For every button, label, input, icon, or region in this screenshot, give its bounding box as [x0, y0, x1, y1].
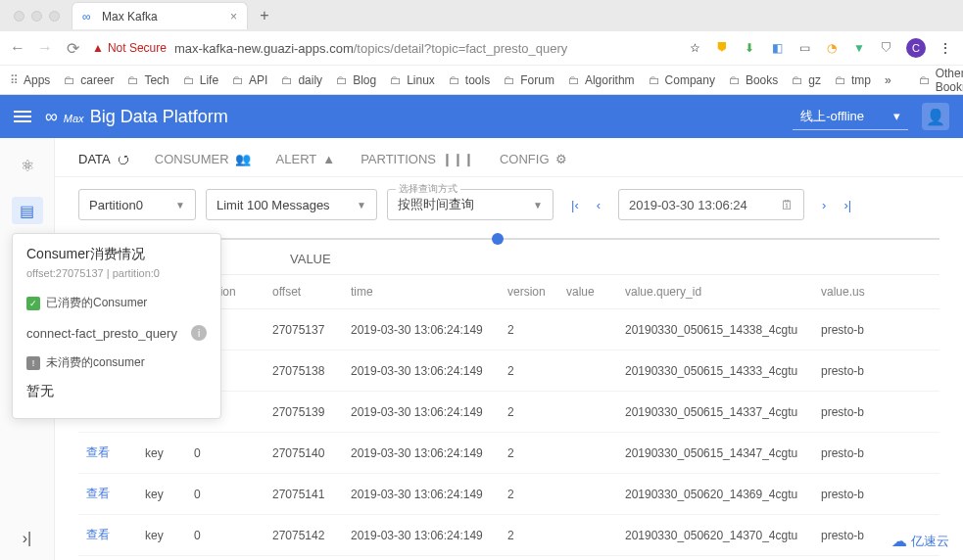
tab-strip: ∞ Max Kafka × +: [0, 0, 963, 31]
notif-icon[interactable]: ◔: [824, 40, 840, 56]
menu-icon[interactable]: ⋮: [938, 40, 953, 56]
folder-icon: 🗀: [729, 73, 741, 87]
tab-data[interactable]: DATA ⭯: [78, 152, 129, 166]
bookmark-overflow[interactable]: »: [885, 73, 891, 87]
bookmark-folder[interactable]: 🗀tools: [449, 73, 490, 87]
cell-partition: 0: [186, 556, 265, 561]
folder-icon: 🗀: [449, 73, 460, 87]
cell-query-id: 20190330_050615_14333_4cgtu: [617, 350, 813, 392]
bookmark-folder[interactable]: 🗀API: [232, 73, 267, 87]
star-icon[interactable]: ☆: [687, 40, 702, 56]
consumer-group-row[interactable]: connect-fact_presto_query i: [26, 317, 207, 349]
menu-toggle-button[interactable]: [14, 111, 31, 122]
download-icon[interactable]: ⬇: [742, 40, 757, 56]
first-page-button[interactable]: |‹: [571, 198, 579, 212]
environment-select[interactable]: 线上-offline ▾: [793, 104, 908, 130]
bookmark-folder[interactable]: 🗀Forum: [504, 73, 554, 87]
apps-shortcut[interactable]: ⠿Apps: [10, 73, 50, 87]
folder-icon: 🗀: [504, 73, 515, 87]
tab-consumer[interactable]: CONSUMER 👥: [155, 152, 251, 166]
close-window-icon[interactable]: [14, 11, 24, 22]
datetime-input[interactable]: 2019-03-30 13:06:24 🗓: [618, 189, 804, 220]
prev-page-button[interactable]: ‹: [597, 198, 601, 212]
bookmark-folder[interactable]: 🗀Company: [649, 73, 715, 87]
window-controls[interactable]: [8, 11, 66, 22]
browser-tab[interactable]: ∞ Max Kafka ×: [72, 2, 248, 29]
extensions: ☆ ⛊ ⬇ ◧ ▭ ◔ ▼ ⛉ C ⋮: [687, 38, 953, 58]
warning-icon: ▲: [92, 41, 104, 55]
account-button[interactable]: 👤: [922, 103, 949, 130]
clip-icon[interactable]: ◧: [769, 40, 785, 56]
sidebar-item-messages[interactable]: ▤: [12, 197, 43, 224]
slider-knob[interactable]: [492, 233, 504, 245]
other-bookmarks[interactable]: 🗀Other Bookmarks: [919, 67, 963, 94]
cell-partition: 0: [186, 515, 265, 556]
bookmark-folder[interactable]: 🗀Linux: [390, 73, 435, 87]
limit-select[interactable]: Limit 100 Messages▼: [206, 189, 377, 220]
bookmark-folder[interactable]: 🗀Blog: [336, 73, 376, 87]
folder-icon: 🗀: [835, 73, 846, 87]
warning-icon: ▲: [322, 152, 335, 166]
bookmark-folder[interactable]: 🗀career: [64, 73, 114, 87]
maximize-window-icon[interactable]: [49, 11, 60, 22]
cell-offset: 27075141: [265, 474, 343, 515]
cell-query-id: 20190330_050620_14370_4cgtu: [617, 515, 813, 556]
bookmark-folder[interactable]: 🗀gz: [792, 73, 821, 87]
folder-icon: 🗀: [127, 73, 139, 87]
address-bar[interactable]: ▲ Not Secure max-kafka-new.guazi-apps.co…: [92, 41, 675, 56]
bookmark-folder[interactable]: 🗀Life: [183, 73, 218, 87]
bookmarks-bar: ⠿Apps 🗀career 🗀Tech 🗀Life 🗀API 🗀daily 🗀B…: [0, 65, 963, 94]
unconsumed-section: ! 未消费的consumer: [26, 349, 207, 377]
tab-partitions[interactable]: PARTITIONS ❙❙❙: [361, 152, 474, 166]
view-link[interactable]: 查看: [78, 515, 137, 556]
cell-time: 2019-03-30 13:06:24:149: [343, 433, 500, 474]
back-button[interactable]: ←: [10, 39, 25, 57]
minimize-window-icon[interactable]: [31, 11, 42, 22]
cell-key: key: [137, 556, 186, 561]
cell-offset: 27075138: [265, 350, 343, 392]
cell-version: 2: [500, 392, 558, 433]
query-mode-select[interactable]: 选择查询方式 按照时间查询▼: [387, 189, 554, 220]
folder-icon: 🗀: [649, 73, 660, 87]
chevron-down-icon: ▼: [533, 200, 543, 210]
cell-query-id: 20190330_050615_14338_4cgtu: [617, 309, 813, 350]
cell-value-us: [813, 556, 939, 561]
cell-value: [558, 350, 617, 392]
bookmark-folder[interactable]: 🗀Books: [729, 73, 778, 87]
view-link[interactable]: 查看: [78, 433, 137, 474]
reload-button[interactable]: ⟳: [65, 39, 80, 58]
consumed-section: ✓ 已消费的Consumer: [26, 289, 207, 317]
sidebar-item-graph[interactable]: ⚛: [12, 152, 43, 179]
close-tab-icon[interactable]: ×: [230, 10, 237, 23]
view-link[interactable]: 查看: [78, 556, 137, 561]
sidebar-collapse-button[interactable]: ›|: [23, 530, 31, 547]
cell-value: [558, 392, 617, 433]
page-tabs: DATA ⭯ CONSUMER 👥 ALERT ▲ PARTITIONS ❙❙❙…: [55, 138, 963, 177]
info-icon[interactable]: i: [191, 325, 207, 341]
consumer-tooltip: Consumer消费情况 offset:27075137 | partition…: [12, 233, 221, 419]
tab-config[interactable]: CONFIG ⚙: [500, 152, 567, 166]
partition-select[interactable]: Partition0▼: [78, 189, 196, 220]
browser-chrome: ∞ Max Kafka × + ← → ⟳ ▲ Not Secure max-k…: [0, 0, 963, 95]
not-secure-badge[interactable]: ▲ Not Secure: [92, 41, 167, 55]
cell-value: [558, 474, 617, 515]
bookmark-folder[interactable]: 🗀tmp: [835, 73, 871, 87]
cell-time: 2019-03-30 13:06:24:149: [343, 350, 500, 392]
last-page-button[interactable]: ›|: [843, 198, 851, 212]
box-icon[interactable]: ▭: [796, 40, 812, 56]
next-page-button[interactable]: ›: [822, 198, 826, 212]
shield-icon[interactable]: ⛊: [714, 40, 730, 56]
cell-time: 2019-03-30 13:07:24:648: [343, 556, 500, 561]
graph-icon: ⚛: [21, 157, 34, 175]
profile-avatar[interactable]: C: [906, 38, 926, 58]
bookmark-folder[interactable]: 🗀Tech: [127, 73, 169, 87]
view-link[interactable]: 查看: [78, 474, 137, 515]
vue-icon[interactable]: ▼: [851, 40, 867, 56]
tab-alert[interactable]: ALERT ▲: [276, 152, 336, 166]
bookmark-folder[interactable]: 🗀Algorithm: [568, 73, 635, 87]
bookmark-folder[interactable]: 🗀daily: [281, 73, 322, 87]
tooltip-sub: offset:27075137 | partition:0: [26, 267, 207, 279]
cell-query-id: 20190330_050615_14347_4cgtu: [617, 433, 813, 474]
shield2-icon[interactable]: ⛉: [879, 40, 894, 56]
new-tab-button[interactable]: +: [254, 5, 275, 26]
